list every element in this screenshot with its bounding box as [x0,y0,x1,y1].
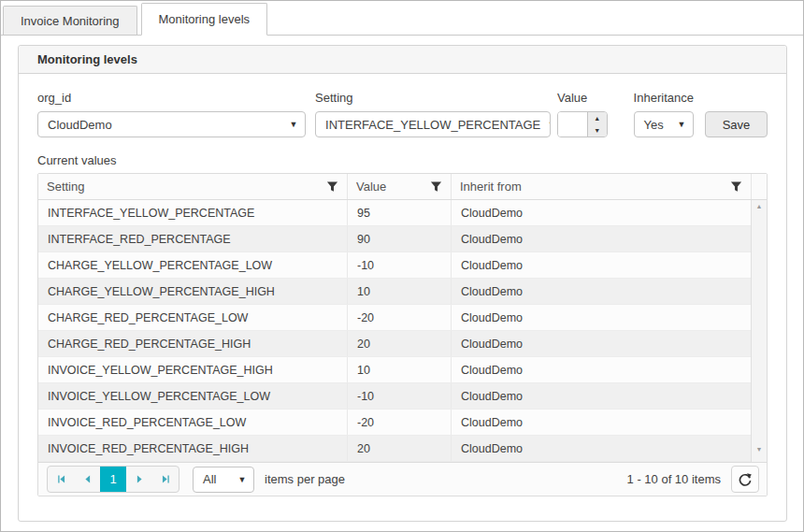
grid-body: INTERFACE_YELLOW_PERCENTAGE 95 CloudDemo… [38,200,767,462]
previous-page-icon [81,473,93,485]
current-values-label: Current values [37,153,768,167]
setting-dropdown[interactable]: INTERFACE_YELLOW_PERCENTAGE ▼ [315,111,551,137]
cell-setting: CHARGE_RED_PERCENTAGE_HIGH [38,331,348,356]
setting-value: INTERFACE_YELLOW_PERCENTAGE [316,118,540,132]
value-label: Value [557,91,608,105]
value-spinner: ▲ ▼ [587,112,607,137]
cell-value: -10 [348,383,452,409]
filter-icon[interactable] [326,180,338,193]
app-window: Invoice Monitoring Monitoring levels Mon… [0,0,804,532]
refresh-icon [738,472,753,487]
scroll-up-icon[interactable]: ▲ [756,203,763,209]
cell-setting: INVOICE_YELLOW_PERCENTAGE_LOW [38,383,348,409]
cell-value: -20 [348,305,452,330]
settings-form: org_id CloudDemo ▼ Setting INTERFACE_YEL… [37,91,768,137]
cell-inherit-from: CloudDemo [452,436,751,461]
grid-rows: INTERFACE_YELLOW_PERCENTAGE 95 CloudDemo… [38,200,751,462]
org-id-dropdown[interactable]: CloudDemo ▼ [37,111,306,137]
cell-value: 95 [348,200,452,225]
table-row[interactable]: CHARGE_RED_PERCENTAGE_LOW -20 CloudDemo [38,305,751,331]
scroll-down-icon[interactable]: ▼ [756,446,763,453]
cell-value: 90 [348,226,452,252]
panel-body: org_id CloudDemo ▼ Setting INTERFACE_YEL… [19,74,786,496]
page-number-button[interactable]: 1 [100,467,126,492]
org-id-label: org_id [37,91,306,105]
cell-inherit-from: CloudDemo [452,279,751,304]
tab-label: Invoice Monitoring [21,14,120,28]
filter-icon[interactable] [430,180,442,193]
first-page-icon [55,473,67,485]
column-header-inherit-from[interactable]: Inherit from [452,174,751,199]
column-title: Setting [47,180,84,194]
cell-inherit-from: CloudDemo [452,357,751,382]
next-page-button[interactable] [126,467,152,492]
cell-setting: CHARGE_YELLOW_PERCENTAGE_LOW [38,252,348,278]
inheritance-dropdown[interactable]: Yes ▼ [634,111,694,137]
column-header-value[interactable]: Value [348,174,452,199]
cell-value: 10 [348,357,452,382]
first-page-button[interactable] [48,467,74,492]
cell-inherit-from: CloudDemo [452,331,751,356]
cell-value: -10 [348,252,452,278]
tab-strip: Invoice Monitoring Monitoring levels [1,1,803,36]
spinner-up-button[interactable]: ▲ [588,112,607,124]
chevron-down-icon: ▼ [282,120,305,129]
grid-pager: 1 All ▼ items per page 1 - 1 [38,462,767,496]
cell-setting: INVOICE_RED_PERCENTAGE_LOW [38,410,348,435]
cell-inherit-from: CloudDemo [452,305,751,330]
cell-inherit-from: CloudDemo [452,226,751,252]
value-input[interactable] [558,112,587,137]
chevron-down-icon: ▼ [540,120,551,129]
tab-invoice-monitoring[interactable]: Invoice Monitoring [3,6,137,35]
cell-inherit-from: CloudDemo [452,200,751,225]
table-row[interactable]: INTERFACE_YELLOW_PERCENTAGE 95 CloudDemo [38,200,751,226]
monitoring-levels-panel: Monitoring levels org_id CloudDemo ▼ Set… [18,45,787,522]
setting-label: Setting [315,91,551,105]
column-header-setting[interactable]: Setting [38,174,348,199]
cell-value: 20 [348,331,452,356]
value-numeric-input: ▲ ▼ [557,111,608,137]
table-row[interactable]: INVOICE_RED_PERCENTAGE_HIGH 20 CloudDemo [38,436,751,462]
table-row[interactable]: CHARGE_YELLOW_PERCENTAGE_LOW -10 CloudDe… [38,252,751,279]
items-per-page-label: items per page [265,472,345,486]
table-row[interactable]: CHARGE_RED_PERCENTAGE_HIGH 20 CloudDemo [38,331,751,357]
pager-info: 1 - 10 of 10 items [627,472,721,486]
org-id-value: CloudDemo [38,118,282,132]
chevron-down-icon: ▼ [670,120,693,129]
column-title: Value [356,180,386,194]
cell-setting: INTERFACE_RED_PERCENTAGE [38,226,348,252]
refresh-button[interactable] [731,466,759,493]
table-row[interactable]: INVOICE_YELLOW_PERCENTAGE_HIGH 10 CloudD… [38,357,751,383]
cell-value: -20 [348,410,452,435]
spinner-down-button[interactable]: ▼ [588,124,607,137]
vertical-scrollbar[interactable]: ▲ ▼ [751,200,767,462]
cell-setting: INVOICE_YELLOW_PERCENTAGE_HIGH [38,357,348,382]
inheritance-label: Inheritance [634,91,694,105]
last-page-button[interactable] [152,467,179,492]
save-button[interactable]: Save [705,111,768,137]
inheritance-value: Yes [635,118,670,132]
pager-nav-group: 1 [47,466,179,493]
filter-icon[interactable] [730,180,742,193]
next-page-icon [134,473,146,485]
previous-page-button[interactable] [74,467,100,492]
cell-setting: INTERFACE_YELLOW_PERCENTAGE [38,200,348,225]
table-row[interactable]: INVOICE_RED_PERCENTAGE_LOW -20 CloudDemo [38,410,751,436]
cell-setting: CHARGE_RED_PERCENTAGE_LOW [38,305,348,330]
page-size-dropdown[interactable]: All ▼ [193,467,254,493]
column-title: Inherit from [460,180,522,194]
table-row[interactable]: INVOICE_YELLOW_PERCENTAGE_LOW -10 CloudD… [38,383,751,410]
cell-inherit-from: CloudDemo [452,383,751,409]
page-size-value: All [194,472,231,486]
cell-value: 20 [348,436,452,461]
cell-setting: CHARGE_YELLOW_PERCENTAGE_HIGH [38,279,348,304]
current-values-grid: Setting Value Inherit from INTERFA [37,173,768,496]
cell-inherit-from: CloudDemo [452,410,751,435]
table-row[interactable]: INTERFACE_RED_PERCENTAGE 90 CloudDemo [38,226,751,252]
tab-monitoring-levels[interactable]: Monitoring levels [141,3,268,36]
grid-header: Setting Value Inherit from [38,174,767,200]
tab-label: Monitoring levels [159,12,251,26]
table-row[interactable]: CHARGE_YELLOW_PERCENTAGE_HIGH 10 CloudDe… [38,279,751,305]
last-page-icon [160,473,172,485]
header-scrollbar-spacer [751,174,767,199]
